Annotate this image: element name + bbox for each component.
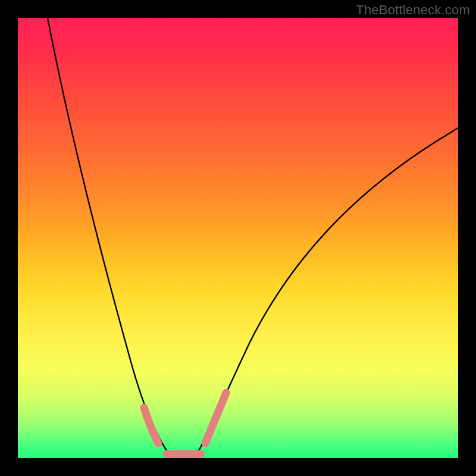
plot-area [18, 18, 458, 458]
right-curve [196, 128, 458, 455]
watermark-text: TheBottleneck.com [356, 2, 470, 18]
curves-svg [18, 18, 458, 458]
left-curve [48, 18, 170, 455]
chart-frame: TheBottleneck.com [0, 0, 476, 476]
right-lower-cap [205, 393, 226, 443]
left-lower-cap [144, 408, 158, 443]
